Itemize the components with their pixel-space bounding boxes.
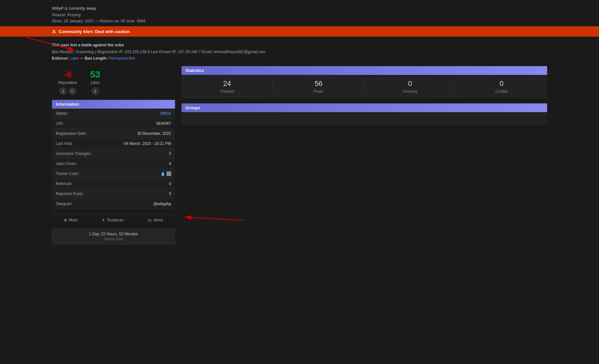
- online-time-label: Online Time: [55, 237, 171, 241]
- away-reason-value: Praying: [67, 13, 81, 17]
- ban-reason-label: Ban Reason:: [52, 50, 74, 54]
- rep-info-icon[interactable]: ℹ: [60, 88, 67, 95]
- info-label-4: Username Changes:: [52, 149, 107, 159]
- info-label-5: Likes Given:: [52, 159, 107, 169]
- alert-banner: ⚠ Community Alert: Deal with caution: [0, 26, 599, 37]
- info-row-8: Reported Posts:5: [52, 189, 175, 199]
- main-content: -6 Reputation ℹ ↻ 53 Likes ℹ: [0, 66, 599, 244]
- more-label: More: [69, 218, 77, 222]
- stat-name-0: Threads: [182, 89, 273, 94]
- info-row-3: Last Visit:04 March, 2023 - 10:21 PM: [52, 139, 175, 149]
- left-panel: -6 Reputation ℹ ↻ 53 Likes ℹ: [52, 66, 175, 244]
- ban-length-value: Permanent N/A: [109, 56, 135, 61]
- right-panel: Statistics 24 Threads 56 Posts 0 Vouches…: [182, 66, 547, 244]
- info-row-2: Registration Date:30 December, 2022: [52, 129, 175, 139]
- groups-body: [182, 112, 547, 125]
- statistics-header: Statistics: [182, 66, 547, 75]
- info-label-9: Telegram:: [52, 199, 107, 209]
- likes-info-icon[interactable]: ℹ: [92, 88, 99, 95]
- info-label-2: Registration Date:: [52, 129, 107, 139]
- info-value-7: 0: [107, 179, 175, 189]
- groups-section: Groups: [182, 103, 547, 125]
- items-label: Items: [153, 218, 163, 222]
- items-button[interactable]: 🗂 Items: [148, 218, 163, 222]
- away-title: WillyP is currently away.: [52, 5, 547, 12]
- info-value-8: 5: [107, 189, 175, 199]
- online-time-box: 1 Day, 22 Hours, 53 Minutes Online Time: [52, 228, 175, 244]
- bottom-nav: ⊕ More ✦ Trustscan 🗂 Items: [52, 214, 175, 226]
- stat-item-credits: 0 Credits: [456, 79, 547, 94]
- statistics-section: Statistics 24 Threads 56 Posts 0 Vouches…: [182, 66, 547, 98]
- stat-name-3: Credits: [456, 89, 547, 94]
- stat-item-posts: 56 Posts: [273, 79, 364, 94]
- info-label-6: Theme Color:: [52, 169, 107, 179]
- likes-value: 53: [90, 69, 100, 80]
- reputation-block: -6 Reputation ℹ ↻: [58, 69, 77, 95]
- away-reason-label: Reason:: [52, 13, 66, 17]
- info-row-6: Theme Color:💧: [52, 169, 175, 179]
- away-since-value: 26 January, 2023: [64, 19, 94, 23]
- info-row-0: Status:Offline: [52, 109, 175, 119]
- info-label-7: Referrals:: [52, 179, 107, 189]
- stat-item-vouches: 0 Vouches: [365, 79, 456, 94]
- info-row-5: Likes Given:8: [52, 159, 175, 169]
- stat-item-threads: 24 Threads: [182, 79, 273, 94]
- info-value-1: 3634067: [107, 119, 175, 129]
- trustscan-button[interactable]: ✦ Trustscan: [102, 218, 123, 222]
- rep-likes-row: -6 Reputation ℹ ↻ 53 Likes ℹ: [52, 66, 175, 100]
- info-value-3: 04 March, 2023 - 10:21 PM: [107, 139, 175, 149]
- ban-detail: Ban Reason: Scamming | Registration IP: …: [52, 49, 547, 55]
- information-header: Information: [52, 100, 175, 109]
- online-time-value: 1 Day, 22 Hours, 53 Minutes: [55, 232, 171, 236]
- info-label-0: Status:: [52, 109, 107, 119]
- alert-icon: ⚠: [52, 29, 56, 34]
- stat-name-1: Posts: [273, 89, 364, 94]
- ban-info: This user lost a battle against the rule…: [0, 40, 599, 66]
- info-value-4: 2: [107, 149, 175, 159]
- info-label-8: Reported Posts:: [52, 189, 107, 199]
- stat-number-2: 0: [365, 79, 456, 88]
- information-table: Status:OfflineUID:3634067Registration Da…: [52, 109, 175, 209]
- likes-block: 53 Likes ℹ: [90, 69, 100, 95]
- information-section: Information Status:OfflineUID:3634067Reg…: [52, 100, 175, 209]
- trustscan-icon: ✦: [102, 218, 105, 222]
- info-row-1: UID:3634067: [52, 119, 175, 129]
- ban-enforcer: Enforcer: Liars — Ban Length: Permanent …: [52, 55, 547, 62]
- ban-reason-value: Scamming | Registration IP: 102.159.156.…: [76, 50, 266, 54]
- stat-number-0: 24: [182, 79, 273, 88]
- groups-header: Groups: [182, 103, 547, 112]
- stat-name-2: Vouches: [365, 89, 456, 94]
- trustscan-label: Trustscan: [107, 218, 123, 222]
- info-value-0: Offline: [107, 109, 175, 119]
- more-icon: ⊕: [64, 218, 67, 222]
- rep-refresh-icon[interactable]: ↻: [69, 88, 76, 95]
- info-row-7: Referrals:0: [52, 179, 175, 189]
- items-icon: 🗂: [148, 218, 152, 222]
- reputation-label: Reputation: [58, 80, 77, 85]
- away-reason: Reason: Praying: [52, 12, 547, 18]
- away-returns-value: 06 June, 6666: [121, 19, 146, 23]
- info-row-9: Telegram:@willyphp: [52, 199, 175, 209]
- reputation-value: -6: [64, 69, 72, 80]
- away-since: Since: 26 January, 2023 — Returns on: 06…: [52, 18, 547, 24]
- ban-title: This user lost a battle against the rule…: [52, 42, 547, 48]
- stat-number-1: 56: [273, 79, 364, 88]
- info-value-9: @willyphp: [107, 199, 175, 209]
- statistics-grid: 24 Threads 56 Posts 0 Vouches 0 Credits: [182, 75, 547, 98]
- info-value-5: 8: [107, 159, 175, 169]
- info-value-6: 💧: [107, 169, 175, 179]
- rep-icons: ℹ ↻: [60, 88, 76, 95]
- stat-number-3: 0: [456, 79, 547, 88]
- info-label-1: UID:: [52, 119, 107, 129]
- alert-text: Community Alert: Deal with caution: [59, 29, 130, 34]
- likes-icons: ℹ: [92, 88, 99, 95]
- info-value-2: 30 December, 2022: [107, 129, 175, 139]
- away-notice: WillyP is currently away. Reason: Prayin…: [0, 3, 599, 26]
- info-row-4: Username Changes:2: [52, 149, 175, 159]
- enforcer-value: Liars: [70, 56, 79, 61]
- likes-label: Likes: [91, 80, 100, 85]
- info-label-3: Last Visit:: [52, 139, 107, 149]
- more-button[interactable]: ⊕ More: [64, 218, 77, 222]
